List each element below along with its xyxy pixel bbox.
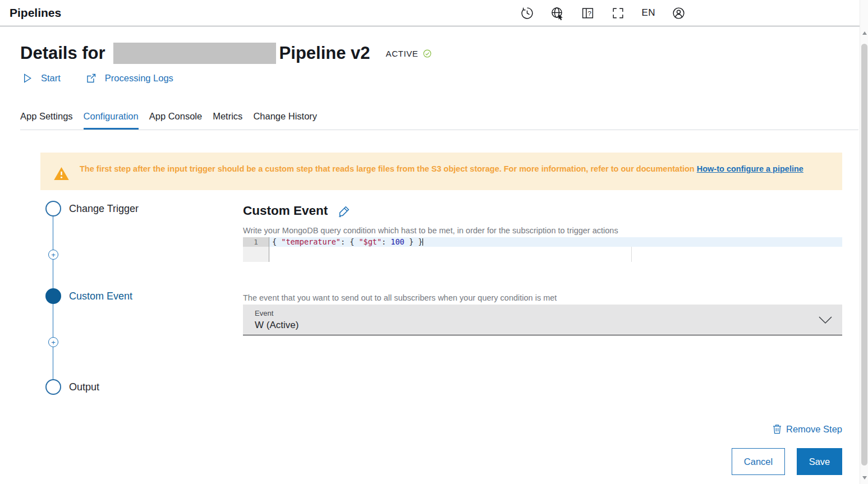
edit-pencil-icon[interactable] [338, 204, 351, 218]
tab-change-history[interactable]: Change History [253, 109, 317, 130]
save-button[interactable]: Save [797, 448, 842, 475]
tab-bar: App Settings Configuration App Console M… [20, 109, 858, 130]
step-custom-event[interactable]: Custom Event [45, 288, 132, 304]
fullscreen-icon[interactable] [611, 6, 625, 20]
event-select[interactable]: Event W (Active) [243, 305, 842, 335]
code-token: : [382, 237, 391, 246]
svg-text:?: ? [588, 10, 591, 16]
howto-configure-pipeline-link[interactable]: How-to configure a pipeline [697, 164, 803, 173]
event-select-label: Event [255, 309, 842, 317]
cancel-button[interactable]: Cancel [732, 448, 785, 475]
globe-language-icon[interactable] [550, 6, 564, 20]
scroll-up-arrow-icon[interactable] [862, 31, 867, 35]
step-label: Change Trigger [69, 203, 139, 215]
scrollbar-thumb[interactable] [861, 44, 867, 465]
code-token-string: "temperature" [281, 237, 341, 246]
code-token: { [272, 237, 281, 246]
form-buttons-row: Cancel Save [243, 448, 842, 475]
panel-title: Custom Event [243, 204, 328, 218]
mongodb-query-editor[interactable]: 1 { "temperature": { "$gt": 100 } } [243, 237, 842, 262]
editor-code-area[interactable]: { "temperature": { "$gt": 100 } } [269, 237, 842, 262]
processing-logs-label: Processing Logs [105, 73, 173, 84]
warning-message: The first step after the input trigger s… [80, 162, 803, 182]
top-bar: Pipelines ? EN [0, 0, 868, 26]
app-title: Pipelines [10, 6, 520, 20]
trash-icon [771, 423, 783, 435]
page-title-prefix: Details for [20, 43, 105, 63]
remove-step-row: Remove Step [243, 423, 842, 435]
status-check-icon [422, 49, 432, 58]
text-cursor [422, 238, 423, 246]
query-hint-text: Write your MongoDB query condition which… [243, 226, 842, 236]
status-badge: ACTIVE [386, 49, 433, 58]
step-circle-outline-icon [45, 201, 61, 216]
redacted-pipeline-name [113, 43, 276, 64]
external-link-icon [85, 72, 97, 84]
user-account-icon[interactable] [672, 6, 686, 20]
code-token: } } [405, 237, 423, 246]
plus-icon: + [51, 251, 56, 259]
step-output[interactable]: Output [45, 379, 99, 395]
warning-banner: The first step after the input trigger s… [40, 153, 842, 190]
add-step-button-1[interactable]: + [48, 250, 58, 260]
code-line-1: { "temperature": { "$gt": 100 } } [269, 237, 842, 247]
history-icon[interactable] [520, 6, 534, 20]
tab-metrics[interactable]: Metrics [213, 109, 242, 130]
step-change-trigger[interactable]: Change Trigger [45, 201, 139, 216]
code-token: : { [341, 237, 359, 246]
code-token-string: "$gt" [359, 237, 382, 246]
page-title-row: Details for Pipeline v2 ACTIVE [20, 43, 868, 64]
step-detail-panel: Custom Event Write your MongoDB query co… [243, 190, 842, 475]
event-hint-text: The event that you want to send out to a… [243, 293, 842, 303]
event-select-value: W (Active) [255, 320, 842, 331]
remove-step-button[interactable]: Remove Step [771, 423, 842, 435]
configuration-main-area: Change Trigger + Custom Event + Output C… [20, 190, 842, 474]
page-title-suffix: Pipeline v2 [279, 43, 370, 63]
vertical-scrollbar[interactable] [860, 0, 868, 484]
editor-gutter: 1 [243, 237, 269, 262]
topbar-icon-group: ? EN [520, 6, 686, 20]
editor-column-ruler [631, 247, 632, 262]
processing-logs-link[interactable]: Processing Logs [85, 72, 173, 84]
play-icon [21, 72, 33, 84]
remove-step-label: Remove Step [786, 424, 842, 435]
warning-triangle-icon [53, 165, 70, 182]
start-label: Start [41, 73, 61, 84]
start-button[interactable]: Start [21, 72, 61, 84]
help-manual-icon[interactable]: ? [581, 6, 595, 20]
add-step-button-2[interactable]: + [48, 337, 58, 347]
line-number: 1 [243, 237, 269, 247]
step-circle-filled-icon [45, 288, 61, 304]
step-label: Output [69, 381, 99, 393]
page-actions-row: Start Processing Logs [21, 72, 868, 84]
tab-app-settings[interactable]: App Settings [20, 109, 73, 130]
plus-icon: + [51, 339, 56, 346]
language-selector[interactable]: EN [641, 7, 655, 19]
chevron-down-icon [818, 315, 833, 326]
code-token-number: 100 [391, 237, 404, 246]
panel-title-row: Custom Event [243, 202, 842, 219]
warning-message-text: The first step after the input trigger s… [80, 164, 695, 173]
status-label: ACTIVE [386, 49, 419, 58]
tab-app-console[interactable]: App Console [149, 109, 202, 130]
scroll-down-arrow-icon[interactable] [862, 476, 867, 480]
step-label: Custom Event [69, 291, 132, 302]
step-circle-outline-icon [45, 379, 61, 395]
tab-configuration[interactable]: Configuration [84, 109, 139, 130]
